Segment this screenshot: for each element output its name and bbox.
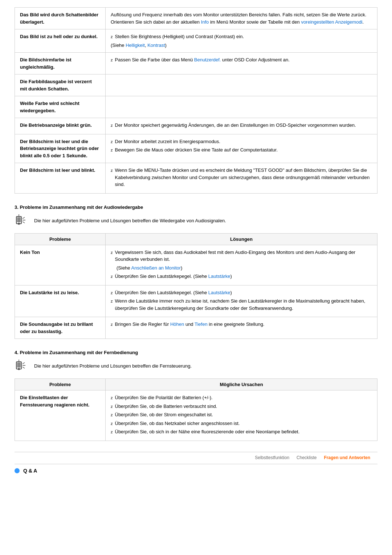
nav-checkliste[interactable]: Checkliste	[297, 455, 317, 460]
bullet-marker: z	[111, 147, 113, 153]
problem-cell: Die Lautstärke ist zu leise.	[15, 285, 106, 317]
col-problems: Probleme	[15, 379, 106, 390]
table-row: Die Einstelltasten der Fernsteuerung rea…	[15, 390, 377, 441]
section4-heading: 4. Probleme im Zusammenhang mit der Fern…	[15, 350, 377, 355]
bullet-marker: z	[111, 421, 113, 427]
section3-heading: 3. Probleme im Zusammenhang mit der Audi…	[15, 204, 377, 210]
bullet-marker: z	[111, 34, 113, 40]
audio-icon	[15, 214, 29, 228]
helligkeit-link[interactable]: Helligkeit	[126, 42, 145, 48]
problem-cell: Die Bildschirmfarbe ist ungleichmäßig.	[15, 53, 106, 74]
anzeigemodi-link[interactable]: voreingestellten Anzeigemodi	[301, 19, 362, 25]
col-ursachen: Mögliche Ursachen	[106, 379, 377, 390]
svg-rect-1	[17, 217, 21, 222]
section-remote: 4. Probleme im Zusammenhang mit der Fern…	[15, 350, 377, 441]
solution-cell: zVergewissern Sie sich, dass das Audioka…	[106, 245, 377, 285]
qa-dot	[15, 468, 20, 473]
svg-line-13	[23, 367, 25, 368]
col-solutions: Lösungen	[106, 233, 377, 245]
info-link[interactable]: Info	[201, 19, 209, 25]
remote-problems-table: Probleme Mögliche Ursachen Die Einstellt…	[15, 378, 377, 441]
section-audio: 3. Probleme im Zusammenhang mit der Audi…	[15, 204, 377, 339]
solution-cell	[106, 74, 377, 96]
solution-cell	[106, 96, 377, 118]
solution-cell: zPassen Sie die Farbe über das Menü Benu…	[106, 53, 377, 74]
solution-cell: zDer Monitor speichert gegenwärtig Änder…	[106, 118, 377, 134]
solution-cell: zDer Monitor arbeitet zurzeit im Energie…	[106, 134, 377, 163]
bullet-marker: z	[111, 429, 113, 435]
bullet-marker: z	[111, 412, 113, 418]
problem-cell: Der Bildschirm ist leer und die Betriebs…	[15, 134, 106, 163]
kontrast-link[interactable]: Kontrast	[147, 42, 165, 48]
problem-cell: Das Bild ist zu hell oder zu dunkel.	[15, 29, 106, 53]
problem-cell: Die Soundausgabe ist zu brillant oder zu…	[15, 317, 106, 339]
svg-line-11	[23, 362, 25, 364]
table-row: Die Bildschirmfarbe ist ungleichmäßig. z…	[15, 53, 377, 74]
solution-cell: zWenn Sie die MENU-Taste drücken und es …	[106, 163, 377, 194]
section4-intro-text: Die hier aufgeführten Probleme und Lösun…	[34, 362, 192, 370]
bottom-navigation: Selbsttestfunktion Checkliste Fragen und…	[15, 452, 377, 460]
table-row: Die Soundausgabe ist zu brillant oder zu…	[15, 317, 377, 339]
audio-problems-table: Probleme Lösungen Kein Ton zVergewissern…	[15, 233, 377, 339]
hoehen-link[interactable]: Höhen	[170, 321, 184, 327]
svg-line-4	[23, 217, 25, 219]
bullet-marker: z	[111, 57, 113, 63]
svg-line-6	[23, 222, 25, 223]
solution-cell: zBringen Sie die Regler für Höhen und Ti…	[106, 317, 377, 339]
table-row: Der Bildschirm ist leer und blinkt. zWen…	[15, 163, 377, 194]
problem-cell: Der Bildschirm ist leer und blinkt.	[15, 163, 106, 194]
section3-intro-text: Die hier aufgeführten Probleme und Lösun…	[34, 217, 226, 224]
problem-cell: Die Betriebsanzeige blinkt grün.	[15, 118, 106, 134]
table-row: Kein Ton zVergewissern Sie sich, dass da…	[15, 245, 377, 285]
bullet-marker: z	[111, 167, 113, 174]
bullet-marker: z	[111, 290, 113, 296]
qa-section: Q & A	[15, 464, 377, 477]
lautstaerke-link2[interactable]: Lautstärke	[208, 290, 230, 295]
table-row: Die Lautstärke ist zu leise. zÜberprüfen…	[15, 285, 377, 317]
benutzerdef-link[interactable]: Benutzerdef.	[194, 57, 221, 62]
table-row: Das Bild ist zu hell oder zu dunkel. zSt…	[15, 29, 377, 53]
table-row: Die Farbbildausgabe ist verzerrt mit dun…	[15, 74, 377, 96]
top-problems-table: Das Bild wird durch Schattenbilder überl…	[15, 7, 377, 194]
problem-cell: Kein Ton	[15, 245, 106, 285]
solution-cell: zÜberprüfen Sie die Polarität der Batter…	[106, 390, 377, 441]
bullet-marker: z	[111, 321, 113, 328]
bullet-marker: z	[111, 139, 113, 145]
section4-intro-block: Die hier aufgeführten Probleme und Lösun…	[15, 359, 377, 373]
problem-cell: Die Einstelltasten der Fernsteuerung rea…	[15, 390, 106, 441]
table-row: Die Betriebsanzeige blinkt grün. zDer Mo…	[15, 118, 377, 134]
bullet-marker: z	[111, 274, 113, 280]
table-row: Weiße Farbe wird schlecht wiedergegeben.	[15, 96, 377, 118]
problem-cell: Weiße Farbe wird schlecht wiedergegeben.	[15, 96, 106, 118]
col-problems: Probleme	[15, 233, 106, 245]
bullet-marker: z	[111, 298, 113, 304]
bullet-marker: z	[111, 395, 113, 401]
table-row: Das Bild wird durch Schattenbilder überl…	[15, 8, 377, 29]
problem-cell: Das Bild wird durch Schattenbilder überl…	[15, 8, 106, 29]
tiefen-link[interactable]: Tiefen	[195, 321, 208, 327]
problem-cell: Die Farbbildausgabe ist verzerrt mit dun…	[15, 74, 106, 96]
solution-cell: zStellen Sie Brightness (Helligkeit) und…	[106, 29, 377, 53]
lautstaerke-link1[interactable]: Lautstärke	[208, 274, 230, 279]
qa-label: Q & A	[23, 468, 37, 474]
nav-selbsttest[interactable]: Selbsttestfunktion	[255, 455, 289, 460]
bullet-marker: z	[111, 250, 113, 256]
solution-cell: Auflösung und Frequenz innerhalb des vom…	[106, 8, 377, 29]
solution-cell: zÜberprüfen Sie den Lautstärkepegel. (Si…	[106, 285, 377, 317]
table-row: Der Bildschirm ist leer und die Betriebs…	[15, 134, 377, 163]
remote-icon	[15, 359, 29, 373]
bullet-marker: z	[111, 404, 113, 410]
bullet-marker: z	[111, 122, 113, 129]
section3-intro-block: Die hier aufgeführten Probleme und Lösun…	[15, 214, 377, 228]
svg-rect-8	[17, 362, 21, 368]
anschliessen-link[interactable]: Anschließen an Monitor	[131, 265, 181, 271]
nav-links-container: Selbsttestfunktion Checkliste Fragen und…	[255, 455, 370, 460]
nav-fragen[interactable]: Fragen und Antworten	[324, 455, 370, 460]
